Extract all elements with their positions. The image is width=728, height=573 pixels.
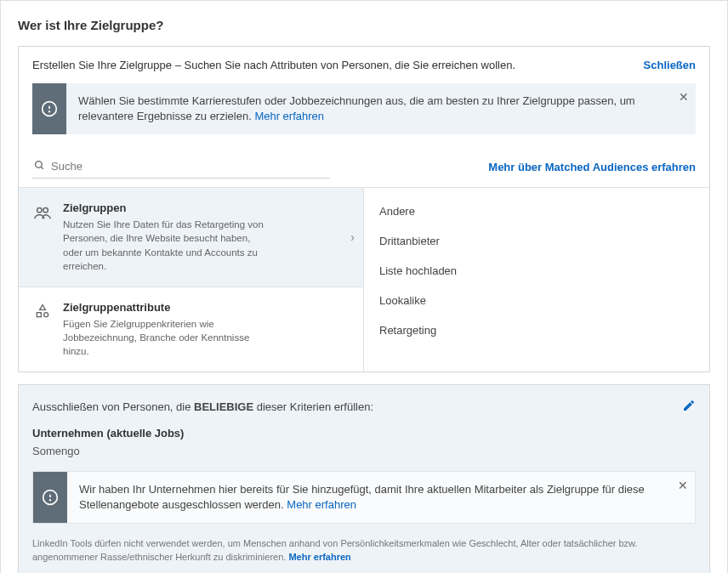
criteria-label: Unternehmen (aktuelle Jobs) [32, 427, 696, 440]
category-desc: Fügen Sie Zielgruppenkriterien wie Jobbe… [63, 317, 267, 358]
svg-point-3 [36, 162, 43, 168]
category-title: Zielgruppen [63, 201, 350, 214]
category-title: Zielgruppenattribute [63, 301, 350, 314]
svg-point-6 [43, 208, 48, 213]
info-alert-company: Wir haben Ihr Unternehmen hier bereits f… [32, 471, 696, 524]
audience-builder-box: Erstellen Sie Ihre Zielgruppe – Suchen S… [18, 46, 710, 372]
subitem-retargeting[interactable]: Retargeting [364, 315, 709, 345]
category-attribute[interactable]: Zielgruppenattribute Fügen Sie Zielgrupp… [19, 287, 363, 372]
subitem-drittanbieter[interactable]: Drittanbieter [364, 226, 709, 256]
audience-icon [32, 203, 53, 222]
info-alert-career: Wählen Sie bestimmte Karrierestufen oder… [32, 83, 696, 134]
edit-icon[interactable] [682, 399, 696, 415]
criteria-value: Somengo [32, 445, 696, 457]
svg-line-4 [41, 167, 43, 170]
exclude-heading: Ausschließen von Personen, die BELIEBIGE… [32, 400, 373, 413]
info-icon [32, 83, 66, 134]
search-input[interactable] [32, 155, 330, 178]
subitem-lookalike[interactable]: Lookalike [364, 286, 709, 315]
subitem-liste-hochladen[interactable]: Liste hochladen [364, 256, 709, 286]
matched-audiences-link[interactable]: Mehr über Matched Audiences erfahren [488, 161, 696, 173]
close-link[interactable]: Schließen [644, 59, 696, 71]
alert-text: Wählen Sie bestimmte Karrierestufen oder… [78, 94, 635, 122]
builder-instruction: Erstellen Sie Ihre Zielgruppe – Suchen S… [32, 59, 515, 71]
page-title: Wer ist Ihre Zielgruppe? [18, 18, 710, 32]
learn-more-link[interactable]: Mehr erfahren [254, 110, 324, 122]
svg-point-2 [49, 111, 50, 112]
learn-more-link[interactable]: Mehr erfahren [288, 552, 350, 562]
svg-point-5 [37, 208, 43, 213]
learn-more-link[interactable]: Mehr erfahren [287, 498, 356, 511]
svg-point-8 [44, 312, 48, 316]
close-icon[interactable]: ✕ [679, 90, 689, 104]
svg-rect-7 [37, 312, 41, 316]
attributes-icon [32, 303, 53, 320]
info-icon [33, 472, 67, 523]
category-desc: Nutzen Sie Ihre Daten für das Retargetin… [63, 218, 267, 272]
close-icon[interactable]: ✕ [678, 479, 688, 492]
chevron-right-icon: › [350, 230, 355, 244]
legal-disclaimer: LinkedIn Tools dürfen nicht verwendet we… [32, 537, 696, 564]
exclude-criteria-box: Ausschließen von Personen, die BELIEBIGE… [18, 384, 710, 573]
search-icon [34, 160, 45, 173]
alert-text: Wir haben Ihr Unternehmen hier bereits f… [79, 483, 645, 511]
category-zielgruppen[interactable]: Zielgruppen Nutzen Sie Ihre Daten für da… [19, 188, 363, 286]
subitem-andere[interactable]: Andere [364, 196, 709, 226]
svg-point-11 [50, 500, 51, 501]
